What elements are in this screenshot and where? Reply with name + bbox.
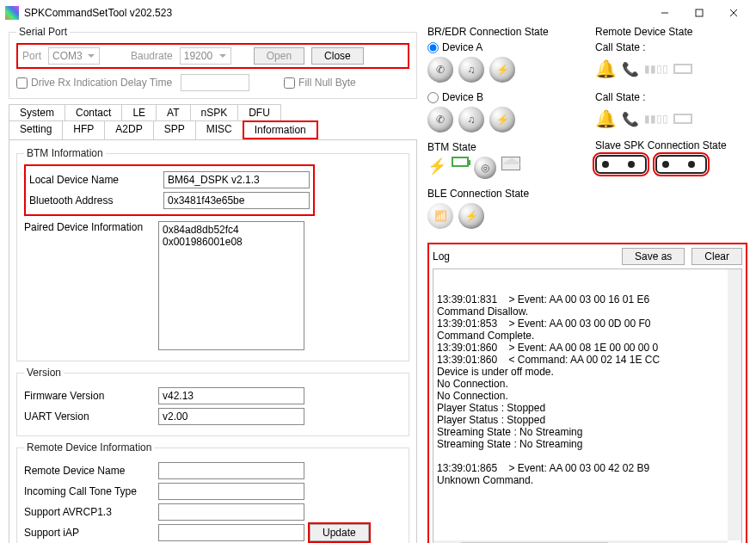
remote-state-group: Remote Device State Call State : 🔔 📞 ▮▮▯… [595,26,747,238]
br-edr-legend: BR/EDR Connection State [427,26,580,38]
serial-port-group: Serial Port Port COM3 Baudrate 19200 Ope… [9,26,417,99]
tab-hfp[interactable]: HFP [62,120,105,139]
port-combo[interactable]: COM3 [48,47,100,65]
phone-icon[interactable]: ✆ [427,57,453,83]
baud-combo[interactable]: 19200 [180,47,231,65]
tab-spp[interactable]: SPP [153,120,196,139]
save-as-button[interactable]: Save as [622,248,685,265]
plug-icon-b[interactable]: ⚡ [489,107,515,133]
remote-state-legend: Remote Device State [595,26,747,38]
slave-slot-2[interactable] [655,155,707,174]
envelope-icon [501,157,520,170]
log-textarea[interactable]: 13:39:01:831 > Event: AA 00 03 00 16 01 … [433,268,742,543]
tone-input[interactable] [158,483,304,500]
battery-icon [452,157,469,167]
maximize-button[interactable] [682,1,716,25]
port-label: Port [22,50,41,62]
tab-contact[interactable]: Contact [65,104,122,120]
tone-label: Incoming Call Tone Type [24,485,153,497]
call-state-b: Call State : [595,91,747,103]
music-icon[interactable]: ♫ [458,57,484,83]
svg-rect-1 [696,9,703,16]
bell-icon: 🔔 [595,59,617,79]
battery-outline-icon [673,64,692,74]
tab-le[interactable]: LE [121,104,157,120]
local-name-label: Local Device Name [29,174,158,186]
iap-input[interactable] [158,524,304,541]
device-b-radio[interactable] [427,92,439,103]
remote-name-input[interactable] [158,462,304,479]
tab-setting[interactable]: Setting [9,120,63,139]
tab-at[interactable]: AT [156,104,190,120]
log-label: Log [433,250,615,262]
paired-label: Paired Device Information [24,221,153,233]
tab-nspk[interactable]: nSPK [190,104,239,120]
paired-list[interactable] [158,221,304,350]
tab-body: BTM Information Local Device Name Blueto… [9,139,417,543]
fw-label: Firmware Version [24,390,153,402]
ble-plug-icon[interactable]: ⚡ [458,203,484,229]
baud-label: Baudrate [131,50,173,62]
phone-icon-b[interactable]: ✆ [427,107,453,133]
log-content: 13:39:01:831 > Event: AA 00 03 00 16 01 … [437,293,738,502]
serial-port-legend: Serial Port [16,26,70,38]
window-title: SPKCommandSetTool v202.523 [24,7,648,19]
minimize-button[interactable] [648,1,682,25]
tab-dfu[interactable]: DFU [237,104,281,120]
avrcp-label: Support AVRCP1.3 [24,506,153,518]
clear-button[interactable]: Clear [691,248,742,265]
remote-name-label: Remote Device Name [24,465,153,477]
signal-icon: ▮▮▯▯ [644,63,668,75]
serial-port-row: Port COM3 Baudrate 19200 Open Close [16,43,409,69]
vertical-scrollbar[interactable] [728,269,741,540]
avrcp-input[interactable] [158,503,304,521]
slave-legend: Slave SPK Connection State [595,139,747,151]
local-name-input[interactable] [163,171,310,188]
iap-label: Support iAP [24,527,153,539]
tab-a2dp[interactable]: A2DP [104,120,153,139]
bell-icon-b: 🔔 [595,108,617,129]
tab-information[interactable]: Information [243,120,318,139]
music-icon-b[interactable]: ♫ [458,107,484,133]
remote-info-legend: Remote Device Information [24,441,154,454]
version-legend: Version [24,367,64,379]
rss-icon[interactable]: 📶 [427,203,453,229]
handset-icon: 📞 [622,61,639,77]
fill-null-checkbox[interactable]: Fill Null Byte [284,77,356,89]
app-icon [5,6,19,20]
tab-misc[interactable]: MISC [195,120,243,139]
btm-info-legend: BTM Information [24,147,106,159]
btm-state-legend: BTM State [427,141,580,153]
ble-legend: BLE Connection State [427,188,580,200]
log-panel: Log Save as Clear 13:39:01:831 > Event: … [427,243,747,543]
title-bar: SPKCommandSetTool v202.523 [0,0,756,26]
lightning-icon: ⚡ [427,157,446,179]
drive-rx-checkbox[interactable]: Drive Rx Indication Delay Time [16,77,172,89]
bt-addr-input[interactable] [163,192,310,209]
device-a-radio[interactable] [427,42,439,53]
battery-outline-icon-b [673,114,692,124]
fw-input[interactable] [158,387,304,404]
signal-icon-b: ▮▮▯▯ [644,113,668,125]
tab-system[interactable]: System [9,104,65,120]
handset-icon-b: 📞 [622,111,639,127]
target-icon[interactable]: ◎ [474,157,496,179]
btm-info-group: BTM Information Local Device Name Blueto… [16,147,409,361]
close-port-button[interactable]: Close [311,47,364,65]
slave-slot-1[interactable] [595,155,647,174]
plug-icon[interactable]: ⚡ [489,57,515,83]
remote-info-group: Remote Device Information Remote Device … [16,441,409,543]
call-state-a: Call State : [595,41,747,53]
uart-input[interactable] [158,408,304,425]
drive-rx-value[interactable] [181,74,249,91]
tabs: SystemContactLEATnSPKDFU SettingHFPA2DPS… [9,104,417,543]
update-button[interactable]: Update [310,524,369,541]
open-button[interactable]: Open [254,47,304,65]
bt-addr-label: Bluetooth Address [29,194,158,207]
close-button[interactable] [716,1,751,25]
uart-label: UART Version [24,410,153,423]
version-group: Version Firmware Version UART Version [16,367,409,436]
br-edr-group: BR/EDR Connection State Device A ✆ ♫ ⚡ D… [427,26,580,238]
